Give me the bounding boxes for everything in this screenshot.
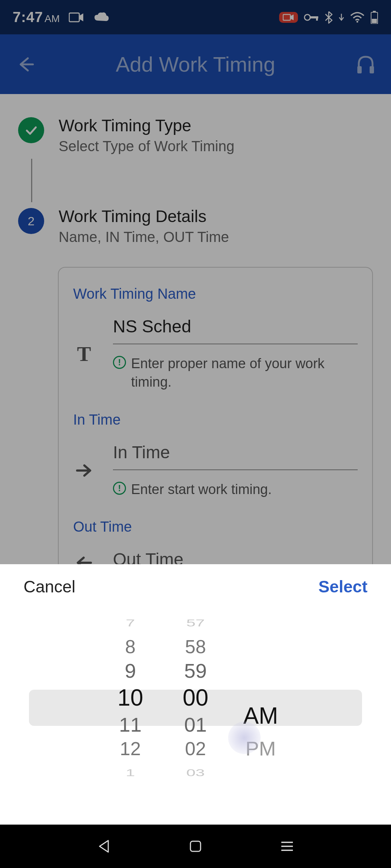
- step-type-sub: Select Type of Work Timing: [59, 138, 373, 154]
- minute-option[interactable]: 01: [168, 712, 223, 736]
- svg-rect-10: [370, 66, 374, 73]
- time-picker-sheet: Cancel Select 7 8 9 10 11 12 1 57 58 59 …: [0, 564, 391, 825]
- svg-rect-8: [372, 19, 377, 23]
- ampm-spacer: [234, 611, 288, 640]
- step-done-indicator: [18, 117, 44, 143]
- step-details-title: Work Timing Details: [59, 207, 373, 226]
- step-details-sub: Name, IN Time, OUT Time: [59, 229, 373, 245]
- vpn-key-icon: [304, 13, 319, 22]
- info-icon: !: [113, 482, 126, 495]
- name-field-block: Work Timing Name T NS Sched ! Enter prop…: [73, 286, 358, 392]
- step-type-title: Work Timing Type: [59, 116, 373, 135]
- svg-rect-1: [283, 14, 290, 20]
- arrow-left-icon: [16, 55, 35, 74]
- name-row[interactable]: T NS Sched ! Enter proper name of your w…: [73, 316, 358, 392]
- minute-option[interactable]: 58: [168, 635, 223, 659]
- bluetooth-icon: [325, 11, 333, 24]
- name-hint: Enter proper name of your work timing.: [131, 354, 358, 392]
- nav-back-button[interactable]: [93, 835, 115, 857]
- hour-option[interactable]: 9: [103, 659, 157, 682]
- hour-wheel[interactable]: 7 8 9 10 11 12 1: [103, 611, 157, 784]
- back-button[interactable]: [14, 54, 36, 75]
- status-time: 7:47AM: [13, 9, 60, 25]
- page-title: Add Work Timing: [116, 52, 276, 76]
- in-time-row[interactable]: In Time ! Enter start work timing.: [73, 442, 358, 499]
- status-time-hhmm: 7:47: [13, 9, 43, 25]
- recording-badge-icon: [279, 12, 298, 23]
- screen-record-icon: [69, 12, 84, 23]
- ampm-spacer: [234, 640, 288, 669]
- android-nav-bar: [0, 825, 391, 868]
- svg-point-2: [304, 14, 310, 20]
- out-time-label: Out Time: [73, 519, 358, 535]
- svg-rect-4: [316, 16, 318, 21]
- step-details-row: 2 Work Timing Details Name, IN Time, OUT…: [18, 207, 373, 245]
- minute-wheel[interactable]: 57 58 59 00 01 02 03: [168, 611, 223, 784]
- battery-icon: [370, 11, 378, 24]
- status-left: 7:47AM: [13, 9, 109, 25]
- minute-option[interactable]: 03: [168, 765, 223, 780]
- nav-home-button[interactable]: [185, 835, 206, 857]
- step-type-row[interactable]: Work Timing Type Select Type of Work Tim…: [18, 116, 373, 154]
- step-details-labels: Work Timing Details Name, IN Time, OUT T…: [59, 207, 373, 245]
- in-time-field-block: In Time In Time ! Enter start work timin…: [73, 412, 358, 499]
- step-connector: [31, 159, 32, 202]
- support-button[interactable]: [355, 54, 377, 75]
- name-label: Work Timing Name: [73, 286, 358, 302]
- svg-point-5: [357, 21, 358, 22]
- arrow-right-icon: [73, 463, 95, 478]
- text-icon: T: [73, 342, 95, 366]
- hour-option[interactable]: 7: [103, 616, 157, 630]
- app-header: Add Work Timing: [0, 34, 391, 94]
- minute-option[interactable]: 57: [168, 616, 223, 630]
- status-right: [279, 11, 378, 24]
- step-type-labels: Work Timing Type Select Type of Work Tim…: [59, 116, 373, 154]
- wifi-icon: [350, 12, 365, 23]
- status-bar: 7:47AM: [0, 0, 391, 34]
- minute-option[interactable]: 59: [168, 659, 223, 682]
- status-time-ampm: AM: [45, 13, 60, 24]
- svg-rect-9: [357, 66, 362, 73]
- minute-selected[interactable]: 00: [168, 683, 223, 713]
- in-time-input[interactable]: In Time: [113, 442, 358, 470]
- check-icon: [24, 123, 38, 137]
- picker-wheels: 7 8 9 10 11 12 1 57 58 59 00 01 02 03 AM…: [0, 607, 391, 788]
- in-time-label: In Time: [73, 412, 358, 428]
- nav-recent-button[interactable]: [276, 835, 298, 857]
- hour-option[interactable]: 8: [103, 635, 157, 659]
- ampm-wheel[interactable]: AM PM: [234, 611, 288, 784]
- name-input[interactable]: NS Sched: [113, 316, 358, 344]
- picker-actions: Cancel Select: [0, 564, 391, 607]
- hour-option[interactable]: 11: [103, 712, 157, 736]
- hour-option[interactable]: 12: [103, 737, 157, 761]
- minute-option[interactable]: 02: [168, 737, 223, 761]
- cloud-icon: [93, 12, 109, 23]
- touch-ripple: [228, 722, 261, 754]
- details-card: Work Timing Name T NS Sched ! Enter prop…: [58, 267, 373, 595]
- info-icon: !: [113, 356, 126, 369]
- in-time-hint: Enter start work timing.: [131, 480, 272, 499]
- headphones-icon: [355, 54, 376, 75]
- svg-rect-11: [190, 841, 201, 851]
- signal-down-icon: [339, 13, 344, 22]
- step-current-indicator: 2: [18, 208, 44, 234]
- hour-option[interactable]: 1: [103, 765, 157, 780]
- hour-selected[interactable]: 10: [103, 683, 157, 713]
- cancel-button[interactable]: Cancel: [24, 577, 75, 596]
- select-button[interactable]: Select: [318, 577, 367, 596]
- svg-rect-0: [69, 13, 79, 22]
- ampm-spacer: [234, 669, 288, 698]
